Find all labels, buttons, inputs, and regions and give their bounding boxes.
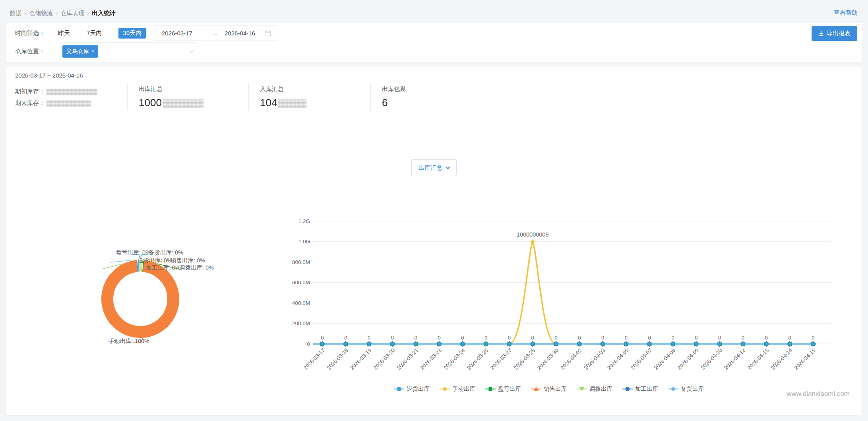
svg-text:2026-03-20: 2026-03-20 [372,347,396,371]
beginning-inventory-value-masked [46,89,97,95]
ending-inventory-value-masked [46,101,91,107]
outbound-total-value: 1000 [139,97,162,109]
legend-item[interactable]: 备货出库 [668,385,704,393]
report-date-range: 2026-03-17 ~ 2026-04-16 [15,72,83,79]
time-quick-option[interactable]: 30天内 [118,28,146,39]
chart-metric-label: 出库汇总 [418,164,442,172]
legend-item[interactable]: 调拨出库 [577,385,612,393]
legend-diamond-icon [668,386,678,392]
help-link[interactable]: 查看帮助 [834,9,858,17]
svg-text:0: 0 [321,335,324,341]
svg-text:2026-03-27: 2026-03-27 [489,347,513,371]
chevron-down-icon [189,48,194,53]
date-end-value[interactable]: 2026-04-16 [225,30,264,37]
svg-text:2026-03-21: 2026-03-21 [396,347,419,371]
inbound-total-value: 104 [260,97,277,109]
outbound-packages-label: 出库包裹 [382,85,498,93]
breadcrumb-separator: › [24,10,26,16]
svg-text:2026-04-03: 2026-04-03 [583,347,606,371]
svg-text:200.0M: 200.0M [292,320,310,326]
svg-text:0: 0 [438,335,440,341]
svg-text:2026-04-12: 2026-04-12 [723,347,746,371]
warehouse-select[interactable]: 义乌仓库 × [60,43,198,60]
legend-item[interactable]: 手动出库 [440,385,475,393]
svg-text:2026-04-07: 2026-04-07 [630,347,653,371]
statistics-panel: 2026-03-17 ~ 2026-04-16 期初库存： 期末库存： 出库汇总… [6,67,862,415]
pie-chart: 盘亏出库: 0%备货出库: 0%退货出库: 0%销售出库: 0%加工出库: 0%… [6,181,275,388]
pie-slice-label: 备货出库: 0% [149,249,183,256]
svg-text:2026-03-18: 2026-03-18 [326,347,349,371]
svg-text:2026-04-15: 2026-04-15 [793,347,816,371]
download-icon [818,31,824,37]
pie-slice-label: 手动出库: 100% [108,338,149,345]
svg-text:0: 0 [344,335,347,341]
stat-outbound-total: 出库汇总 1000 [127,84,248,111]
svg-text:800.0M: 800.0M [292,259,310,265]
breadcrumb-item[interactable]: 仓库表现 [60,10,84,16]
warehouse-tag[interactable]: 义乌仓库 × [62,45,98,58]
breadcrumb-separator: › [56,10,58,16]
svg-text:2026-04-05: 2026-04-05 [606,347,630,371]
legend-item[interactable]: 销售出库 [531,385,567,393]
svg-text:0: 0 [508,335,511,341]
beginning-inventory-label: 期初库存： [15,88,45,95]
svg-text:0: 0 [484,335,487,341]
svg-text:2026-03-24: 2026-03-24 [442,347,466,371]
svg-text:0: 0 [718,335,721,341]
stat-inbound-total: 入库汇总 104 [248,84,370,111]
inbound-total-value-masked [278,99,306,108]
svg-text:2026-04-08: 2026-04-08 [653,347,676,371]
svg-text:2026-03-23: 2026-03-23 [419,347,443,371]
svg-text:0: 0 [554,335,557,341]
time-filter-label: 时间筛选： [15,29,58,37]
chevron-down-icon [446,165,450,169]
svg-text:0: 0 [307,341,310,347]
breadcrumb-item[interactable]: 数据 [10,10,21,16]
svg-text:1.2G: 1.2G [298,218,310,224]
warehouse-tag-label: 义乌仓库 [66,48,89,55]
legend-item-label: 备货出库 [681,385,704,393]
svg-text:0: 0 [415,335,417,341]
svg-text:0: 0 [788,335,791,341]
time-quick-option[interactable]: 昨天 [58,29,70,37]
stat-outbound-packages: 出库包裹 6 [370,84,498,111]
legend-item[interactable]: 退货出库 [394,385,430,393]
export-report-button[interactable]: 导出报表 [812,26,857,41]
time-quick-option[interactable]: 7天内 [87,29,102,37]
pie-slice-label: 加工出库: 0% [146,264,180,272]
date-start-value[interactable]: 2026-03-17 [162,30,205,37]
svg-text:400.0M: 400.0M [292,300,310,306]
pie-slice-label: 盘亏出库: 0% [116,249,151,256]
legend-item-label: 调拨出库 [589,385,612,393]
close-icon[interactable]: × [91,48,95,54]
svg-text:2026-03-25: 2026-03-25 [466,347,489,371]
charts-area: 盘亏出库: 0%备货出库: 0%退货出库: 0%销售出库: 0%加工出库: 0%… [6,181,862,386]
date-range-input[interactable]: 2026-03-17 → 2026-04-16 [155,25,276,41]
outbound-packages-value: 6 [382,97,498,109]
breadcrumb-item[interactable]: 仓储物流 [29,10,53,16]
svg-text:0: 0 [578,335,581,341]
svg-text:0: 0 [601,335,604,341]
arrow-right-icon: → [205,30,225,37]
breadcrumb-current: 出入统计 [92,10,116,16]
legend-square-icon [485,386,496,392]
svg-text:0: 0 [368,335,370,341]
calendar-icon[interactable] [264,30,271,37]
legend-item-label: 销售出库 [544,385,567,393]
legend-item[interactable]: 加工出库 [622,385,658,393]
chart-metric-switcher[interactable]: 出库汇总 [411,159,457,176]
warehouse-label: 仓库位置： [15,48,58,55]
summary-stats: 期初库存： 期末库存： 出库汇总 1000 入库汇总 104 出库包裹 6 [6,84,862,111]
svg-text:2026-04-10: 2026-04-10 [699,347,723,371]
legend-triangle-down-icon [577,386,587,392]
svg-text:0: 0 [765,335,768,341]
svg-text:2026-03-19: 2026-03-19 [349,347,372,371]
ending-inventory-label: 期末库存： [15,99,45,106]
svg-text:0: 0 [625,335,628,341]
breadcrumb-separator: › [87,10,89,16]
watermark: www.dianxiaomi.com [787,390,850,398]
svg-text:0: 0 [531,335,534,341]
line-chart-svg: 0200.0M400.0M600.0M800.0M1.0G1.2G2026-03… [281,213,849,382]
svg-text:0: 0 [461,335,464,341]
legend-item[interactable]: 盘亏出库 [485,385,521,393]
